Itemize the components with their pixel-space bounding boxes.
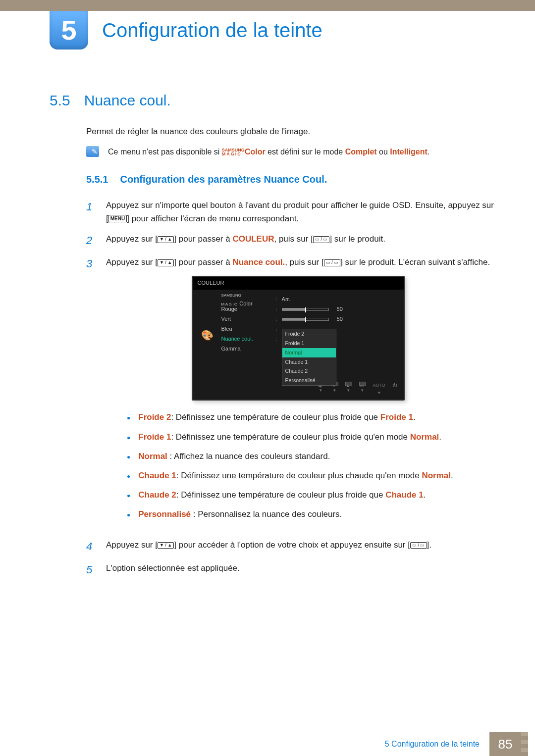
text-segment: : Définissez une température de couleur …	[176, 471, 422, 480]
step-4: 4 Appuyez sur [▼ / ▲] pour accéder à l'o…	[86, 538, 495, 554]
enter-combo-icon: ▭ / ▭	[410, 542, 427, 549]
step-number: 2	[86, 232, 95, 249]
note-text-segment: Ce menu n'est pas disponible si	[108, 148, 222, 156]
step-number: 4	[86, 538, 95, 554]
step-2: 2 Appuyez sur [▼ / ▲] pour passer à COUL…	[86, 232, 495, 249]
step-number: 3	[86, 255, 95, 272]
bullet-item: ●Normal : Affichez la nuance des couleur…	[127, 450, 490, 463]
footer-chapter-label: 5 Configuration de la teinte	[385, 732, 489, 756]
up-down-arrows-icon: ▼ / ▲	[158, 236, 174, 243]
option-term: Personnalisé	[138, 509, 191, 519]
option-term: Chaude 2	[138, 490, 176, 500]
section-title: Nuance coul.	[84, 89, 171, 111]
step-1: 1 Appuyez sur n'importe quel bouton à l'…	[86, 199, 495, 225]
osd-menu: SAMSUNGMAGIC Color : Arr. Rouge : 50 Ver…	[221, 295, 397, 376]
text-segment: : Définissez une température de couleur …	[171, 412, 380, 422]
osd-colon: :	[276, 305, 282, 314]
option-reference: Normal	[422, 471, 451, 480]
osd-row-bleu: Bleu : Froide 2 Froide 1 Normal Chaude 1…	[221, 324, 397, 334]
bullet-item: ●Chaude 1: Définissez une température de…	[127, 469, 490, 482]
footer-page-number: 85	[489, 732, 521, 756]
slider-value: 50	[337, 306, 343, 312]
slider-icon	[282, 308, 329, 311]
osd-row-vert: Vert : 50	[221, 314, 397, 324]
note-icon	[86, 146, 99, 157]
step-text: L'option sélectionnée est appliquée.	[106, 561, 240, 575]
osd-option: Froide 2	[282, 329, 336, 339]
text-segment: ] pour passer à	[174, 234, 232, 244]
bullet-text: Chaude 2: Définissez une température de …	[138, 488, 426, 502]
enter-combo-icon: ▭ / ▭	[324, 259, 341, 266]
samsung-magic-logo: SAMSUNGMAGIC	[221, 293, 241, 306]
osd-option-selected: Normal	[282, 348, 336, 357]
page-content: 5.5 Nuance coul. Permet de régler la nua…	[50, 89, 495, 585]
text-segment: ] sur le produit.	[329, 234, 385, 244]
note-text-segment: .	[428, 148, 429, 156]
step-5: 5 L'option sélectionnée est appliquée.	[86, 561, 495, 578]
note-row: Ce menu n'est pas disponible si SAMSUNGM…	[86, 146, 495, 158]
auto-label: AUTO	[373, 382, 385, 389]
mode-complet: Complet	[345, 148, 377, 156]
osd-option: Chaude 1	[282, 357, 336, 367]
option-term: Chaude 1	[138, 471, 176, 480]
osd-label-active: Nuance coul.	[221, 335, 276, 344]
option-reference: Normal	[410, 432, 439, 442]
menu-key-icon: MENU	[108, 215, 127, 222]
subsection-number: 5.5.1	[86, 172, 108, 187]
note-text-segment: est défini sur le mode	[266, 148, 345, 156]
bullet-text: Normal : Affichez la nuance des couleurs…	[138, 450, 330, 463]
text-segment: .	[413, 412, 416, 422]
bullet-item: ●Personnalisé : Personnalisez la nuance …	[127, 507, 490, 521]
text-segment: : Définissez une température de couleur …	[176, 490, 385, 500]
osd-value: Froide 2 Froide 1 Normal Chaude 1 Chaude…	[282, 329, 397, 329]
chapter-title: Configuration de la teinte	[102, 15, 322, 45]
osd-label: Rouge	[221, 305, 276, 314]
bullet-text: Froide 1: Définissez une température de …	[138, 430, 441, 444]
osd-colon: :	[276, 315, 282, 324]
osd-option: Froide 1	[282, 339, 336, 348]
bullet-item: ●Chaude 2: Définissez une température de…	[127, 488, 490, 502]
nav-enter-icon: ▭▾	[359, 382, 366, 397]
mode-intelligent: Intelligent	[390, 148, 428, 156]
option-term: Froide 1	[138, 432, 171, 442]
osd-row-magic-color: SAMSUNGMAGIC Color : Arr.	[221, 295, 397, 304]
text-segment: : Définissez une température de couleur …	[171, 432, 410, 442]
osd-colon: :	[276, 295, 282, 304]
bullet-item: ●Froide 1: Définissez une température de…	[127, 430, 490, 444]
text-segment: Appuyez sur [	[106, 234, 158, 244]
option-term: Normal	[138, 452, 167, 461]
step-text: Appuyez sur n'importe quel bouton à l'av…	[106, 199, 495, 225]
step-text: Appuyez sur [▼ / ▲] pour accéder à l'opt…	[106, 538, 431, 552]
bullet-dot-icon: ●	[127, 510, 130, 521]
subsection-title: Configuration des paramètres Nuance Coul…	[120, 172, 327, 187]
osd-value: 50	[282, 315, 397, 324]
note-text-segment: ou	[377, 148, 390, 156]
text-segment: .	[439, 432, 441, 442]
samsung-magic-logo: SAMSUNGMAGIC	[222, 148, 245, 156]
step-text: Appuyez sur [▼ / ▲] pour passer à Nuance…	[106, 255, 490, 531]
osd-label: Vert	[221, 315, 276, 324]
option-reference: Froide 1	[380, 412, 413, 422]
osd-colon: :	[276, 325, 282, 334]
text-segment: .	[451, 471, 453, 480]
step-number: 5	[86, 561, 95, 578]
bullet-dot-icon: ●	[127, 413, 130, 424]
bullet-dot-icon: ●	[127, 453, 130, 463]
bullet-text: Personnalisé : Personnalisez la nuance d…	[138, 507, 342, 521]
text-segment: ] pour passer à	[174, 257, 232, 267]
osd-label: Bleu	[221, 325, 276, 334]
enter-combo-icon: ▭ / ▭	[313, 236, 330, 243]
text-segment: Appuyez sur [	[106, 540, 158, 550]
target-nuance-coul: Nuance coul.	[232, 257, 285, 267]
section-intro: Permet de régler la nuance des couleurs …	[86, 125, 495, 138]
palette-icon: 🎨	[200, 295, 215, 376]
section-heading: 5.5 Nuance coul.	[50, 89, 495, 111]
text-segment: , puis sur [	[285, 257, 323, 267]
text-segment: ] pour accéder à l'option de votre choix…	[174, 540, 410, 550]
osd-option: Chaude 2	[282, 366, 336, 376]
steps-list: 1 Appuyez sur n'importe quel bouton à l'…	[86, 199, 495, 578]
note-text: Ce menu n'est pas disponible si SAMSUNGM…	[108, 146, 429, 158]
power-icon: ⏻	[392, 382, 397, 397]
osd-value: Arr.	[282, 295, 397, 304]
chapter-number-badge: 5	[50, 11, 88, 50]
